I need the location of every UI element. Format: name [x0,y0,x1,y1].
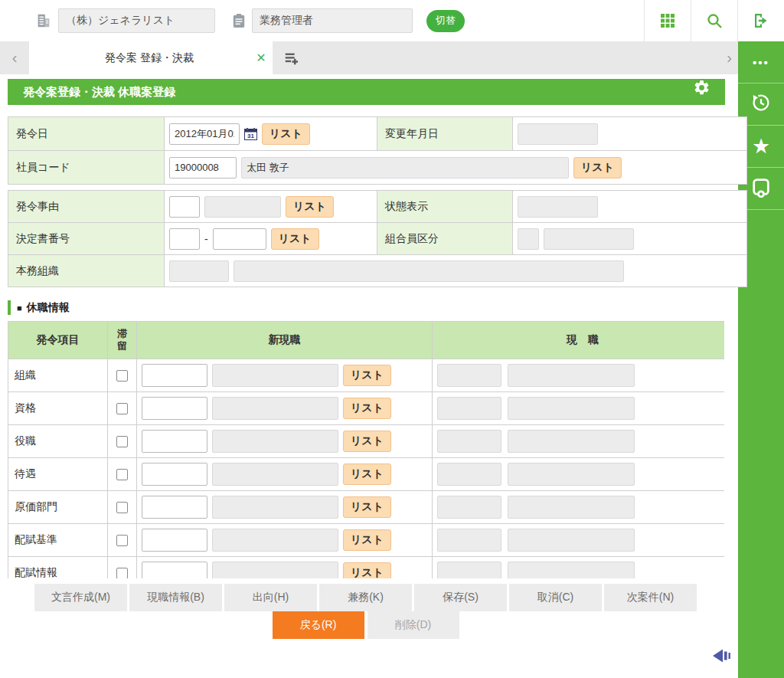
back-delete-row: 戻る(R) 削除(D) [0,611,731,639]
tab-bar: ‹ 発令案 登録・決裁 ✕ › [0,41,738,74]
table-row-haifu-joho: 配賦情報 リスト [8,557,725,579]
cur-name-input [508,364,635,387]
new-code-input[interactable] [142,430,207,453]
shukko-button[interactable]: 出向(H) [224,584,317,611]
save-button[interactable]: 保存(S) [414,584,507,611]
hatsurei-date-list-button[interactable]: リスト [262,123,310,145]
cur-name-input [508,397,635,420]
back-button[interactable]: 戻る(R) [273,611,364,639]
tab-title: 発令案 登録・決裁 [49,51,250,65]
hatsurei-jiyu-label: 発令事由 [8,191,165,223]
table-row-shikaku: 資格 リスト [8,392,725,425]
kyushoku-table-viewport: 発令項目 滞留 新現職 現 職 組織 リスト [8,321,724,578]
cur-name-input [508,529,635,552]
role-clipboard-icon [232,13,246,28]
role-input[interactable] [252,8,413,33]
shain-code-input[interactable] [169,157,237,179]
new-name-input [212,430,338,453]
new-code-input[interactable] [142,562,207,578]
action-button-row: 文言作成(M) 現職情報(B) 出向(H) 兼務(K) 保存(S) 取消(C) … [0,584,731,611]
shain-code-list-button[interactable]: リスト [573,157,622,179]
table-row-soshiki: 組織 リスト [8,359,725,392]
new-name-input [212,496,338,519]
cur-code-input [437,430,501,453]
henkou-date-input [518,123,598,145]
tairyu-checkbox[interactable] [116,502,128,513]
row-kettei-bango: 決定書番号 - リスト 組合員区分 [8,223,747,255]
page-title-bar: 発令案登録・決裁 休職案登録 [8,79,725,105]
tairyu-checkbox[interactable] [116,436,128,447]
table-row-genka-bumon: 原価部門 リスト [8,491,725,524]
hatsurei-jiyu-list-button[interactable]: リスト [286,196,334,218]
row-label: 配賦基準 [8,524,108,557]
tairyu-checkbox[interactable] [116,535,128,546]
ellipsis-icon: ••• [753,56,769,69]
section-marker-icon: ■ [17,303,22,313]
row-label: 資格 [8,392,108,425]
more-menu-button[interactable]: ••• [738,41,784,84]
new-code-input[interactable] [142,496,207,519]
table-row-taigu: 待遇 リスト [8,458,725,491]
search-icon[interactable] [691,0,737,41]
mongon-sakusei-button[interactable]: 文言作成(M) [34,584,127,611]
jianken-button[interactable]: 次案件(N) [604,584,697,611]
genshoku-joho-button[interactable]: 現職情報(B) [129,584,222,611]
logout-icon[interactable] [737,0,784,41]
company-building-icon [35,12,52,29]
hatsurei-date-label: 発令日 [8,117,165,151]
form-block-middle: 発令事由 リスト 状態表示 決定書番号 [8,190,747,287]
tairyu-checkbox[interactable] [116,469,128,480]
cur-code-input [437,562,501,578]
kettei-bango-input-1[interactable] [169,228,200,250]
row-list-button[interactable]: リスト [343,562,391,578]
calendar-icon[interactable]: 31 [244,128,257,140]
cancel-button[interactable]: 取消(C) [509,584,602,611]
apps-grid-icon[interactable] [644,0,691,41]
collapse-panel-arrow-icon[interactable] [712,647,735,664]
row-list-button[interactable]: リスト [343,398,391,419]
table-row-haifu-kijun: 配賦基準 リスト [8,524,725,557]
kumiaiin-kubun-name-input [544,228,634,250]
new-name-input [212,529,338,552]
tab-close-icon[interactable]: ✕ [250,51,273,65]
add-tab-icon[interactable] [283,41,300,74]
cur-code-input [437,397,501,420]
tairyu-checkbox[interactable] [116,403,128,414]
history-clock-icon [750,92,772,116]
cur-code-input [437,364,501,387]
tab-hatsureian[interactable]: 発令案 登録・決裁 ✕ [29,41,273,74]
delete-button[interactable]: 削除(D) [368,611,459,639]
tab-scroll-right[interactable]: › [727,41,732,74]
switch-button[interactable]: 切替 [426,10,465,32]
hatsurei-date-input[interactable] [169,123,240,145]
kyushoku-section-header: ■ 休職情報 [8,300,70,315]
kenmu-button[interactable]: 兼務(K) [319,584,412,611]
row-label: 配賦情報 [8,557,108,579]
row-list-button[interactable]: リスト [343,496,391,518]
row-label: 待遇 [8,458,108,491]
company-input[interactable] [58,8,215,33]
row-list-button[interactable]: リスト [343,463,391,485]
cur-name-input [508,463,635,486]
cur-name-input [508,430,635,453]
new-name-input [212,397,338,420]
hatsurei-jiyu-code-input[interactable] [169,196,200,218]
new-code-input[interactable] [142,463,207,486]
memo-card-icon [750,176,772,201]
kettei-bango-input-2[interactable] [213,228,266,250]
new-code-input[interactable] [142,364,207,387]
new-code-input[interactable] [142,529,207,552]
new-code-input[interactable] [142,397,207,420]
tairyu-checkbox[interactable] [116,370,128,382]
row-list-button[interactable]: リスト [343,365,391,386]
col-header-current-post: 現 職 [433,322,725,359]
tairyu-checkbox[interactable] [116,568,128,578]
row-list-button[interactable]: リスト [343,431,391,452]
kettei-bango-list-button[interactable]: リスト [271,228,319,250]
tab-scroll-left[interactable]: ‹ [0,41,29,74]
gear-icon[interactable] [693,79,710,97]
star-icon: ★ [752,136,770,157]
row-list-button[interactable]: リスト [343,529,391,551]
honmu-soshiki-label: 本務組織 [8,255,165,287]
row-hatsurei-jiyu: 発令事由 リスト 状態表示 [8,191,747,223]
